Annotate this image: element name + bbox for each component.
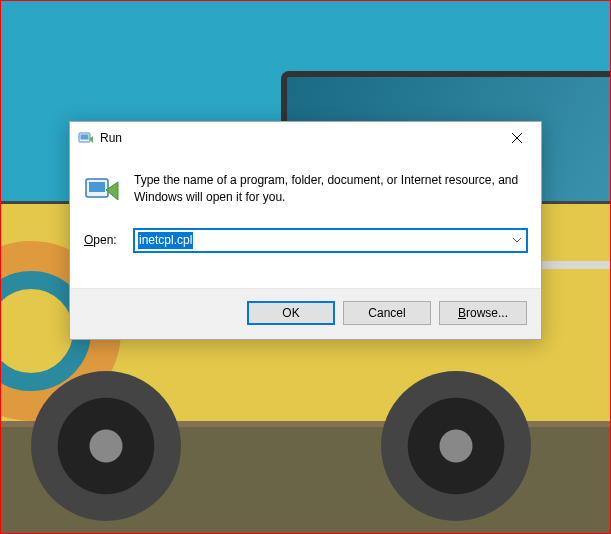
dialog-body: Type the name of a program, folder, docu… (70, 154, 541, 288)
ok-button[interactable]: OK (247, 301, 335, 325)
chevron-down-icon (513, 238, 521, 243)
titlebar-left: Run (78, 130, 122, 146)
combobox-dropdown-button[interactable] (508, 230, 526, 251)
description-row: Type the name of a program, folder, docu… (84, 172, 527, 207)
browse-button[interactable]: Browse... (439, 301, 527, 325)
close-button[interactable] (494, 123, 539, 153)
run-dialog: Run Type the name of a program, folder, … (69, 121, 542, 340)
titlebar[interactable]: Run (70, 122, 541, 154)
dialog-title: Run (100, 131, 122, 145)
open-combobox[interactable]: inetcpl.cpl (134, 229, 527, 252)
svg-rect-3 (89, 182, 105, 192)
description-text: Type the name of a program, folder, docu… (134, 172, 527, 207)
svg-rect-1 (81, 135, 89, 140)
run-icon (84, 174, 120, 206)
open-input[interactable]: inetcpl.cpl (134, 229, 527, 252)
open-label: Open: (84, 233, 122, 247)
cancel-button[interactable]: Cancel (343, 301, 431, 325)
dialog-button-row: OK Cancel Browse... (70, 288, 541, 339)
run-icon (78, 130, 94, 146)
open-input-row: Open: inetcpl.cpl (84, 229, 527, 252)
close-icon (512, 133, 522, 143)
open-input-value: inetcpl.cpl (138, 232, 193, 249)
